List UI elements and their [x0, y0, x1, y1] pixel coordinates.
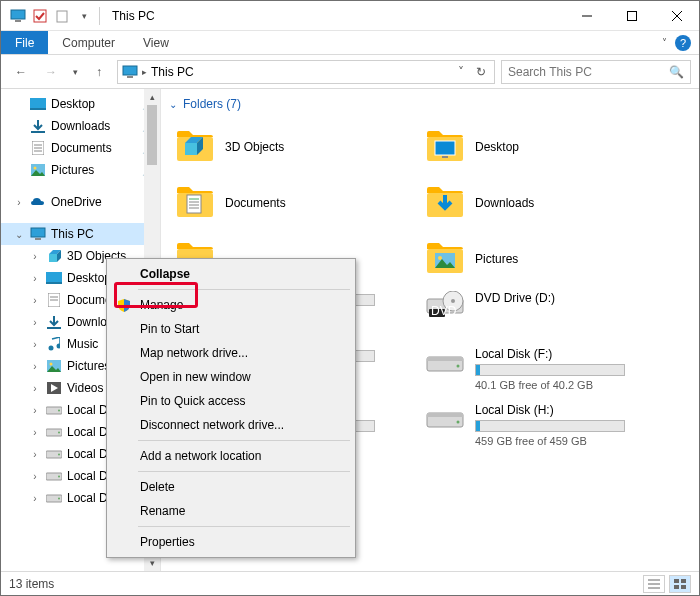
minimize-button[interactable] — [564, 1, 609, 31]
up-button[interactable]: ↑ — [87, 60, 111, 84]
file-tab[interactable]: File — [1, 31, 48, 54]
onedrive-icon — [29, 197, 47, 208]
chevron-down-icon[interactable]: ⌄ — [13, 229, 25, 240]
svg-rect-3 — [57, 11, 67, 22]
downloads-icon — [29, 119, 47, 133]
chevron-right-icon[interactable]: › — [29, 273, 41, 284]
svg-rect-0 — [11, 10, 25, 19]
chevron-right-icon[interactable]: › — [29, 339, 41, 350]
nav-onedrive[interactable]: › OneDrive — [1, 191, 160, 213]
maximize-button[interactable] — [609, 1, 654, 31]
help-icon[interactable]: ? — [675, 35, 691, 51]
svg-rect-87 — [674, 579, 679, 583]
svg-rect-11 — [30, 108, 46, 110]
qat-properties-icon[interactable] — [31, 7, 49, 25]
quick-access-toolbar: ▾ — [1, 7, 93, 25]
chevron-right-icon[interactable]: › — [13, 197, 25, 208]
tab-computer[interactable]: Computer — [48, 31, 129, 54]
folder-tile[interactable]: Desktop — [419, 119, 669, 175]
chevron-right-icon[interactable]: › — [29, 383, 41, 394]
nav-quick-pictures[interactable]: Pictures📌 — [1, 159, 160, 181]
ribbon-expand-icon[interactable]: ˅ — [662, 37, 667, 48]
search-box[interactable]: 🔍 — [501, 60, 691, 84]
svg-rect-47 — [185, 143, 197, 155]
menu-item[interactable]: Manage — [110, 293, 352, 317]
folder-tile[interactable]: Downloads — [419, 175, 669, 231]
menu-item[interactable]: Disconnect network drive... — [110, 413, 352, 437]
folder-icon — [425, 239, 465, 279]
menu-item[interactable]: Properties — [110, 530, 352, 554]
scroll-thumb[interactable] — [147, 105, 157, 165]
menu-separator — [138, 471, 350, 472]
nav-thispc[interactable]: ⌄ This PC — [1, 223, 160, 245]
svg-point-18 — [34, 167, 37, 170]
svg-rect-90 — [681, 585, 686, 589]
folder-icon — [175, 183, 215, 223]
nav-quick-downloads[interactable]: Downloads📌 — [1, 115, 160, 137]
view-tiles-button[interactable] — [669, 575, 691, 593]
address-bar: ← → ▾ ↑ ▸ This PC ˅ ↻ 🔍 — [1, 55, 699, 89]
drive-tile[interactable]: DVDDVD Drive (D:) — [419, 287, 669, 343]
search-input[interactable] — [508, 65, 684, 79]
qat-newfolder-icon[interactable] — [53, 7, 71, 25]
svg-point-77 — [457, 365, 460, 368]
folder-tile[interactable]: Pictures — [419, 231, 669, 287]
pictures-icon — [29, 164, 47, 176]
menu-item[interactable]: Map network drive... — [110, 341, 352, 365]
scroll-up-icon[interactable]: ▴ — [144, 89, 160, 105]
svg-rect-5 — [627, 11, 636, 20]
svg-rect-25 — [46, 282, 62, 284]
menu-item[interactable]: Delete — [110, 475, 352, 499]
address-dropdown-icon[interactable]: ˅ — [454, 65, 468, 79]
nav-quick-desktop[interactable]: Desktop📌 — [1, 93, 160, 115]
item-icon — [45, 449, 63, 459]
folder-tile[interactable]: 3D Objects — [169, 119, 419, 175]
svg-rect-76 — [427, 357, 463, 361]
menu-item[interactable]: Pin to Start — [110, 317, 352, 341]
item-icon — [45, 293, 63, 307]
menu-item[interactable]: Add a network location — [110, 444, 352, 468]
chevron-right-icon[interactable]: › — [29, 405, 41, 416]
recent-dropdown-icon[interactable]: ▾ — [69, 60, 81, 84]
chevron-right-icon[interactable]: › — [29, 493, 41, 504]
refresh-button[interactable]: ↻ — [472, 65, 490, 79]
chevron-right-icon[interactable]: › — [29, 471, 41, 482]
drive-tile[interactable]: Local Disk (F:)40.1 GB free of 40.2 GB — [419, 343, 669, 399]
item-icon — [45, 493, 63, 503]
qat-dropdown-icon[interactable]: ▾ — [75, 7, 93, 25]
svg-rect-52 — [442, 156, 448, 158]
drive-tile[interactable]: Local Disk (H:)459 GB free of 459 GB — [419, 399, 669, 455]
chevron-right-icon[interactable]: › — [29, 295, 41, 306]
item-icon — [45, 427, 63, 437]
svg-rect-89 — [674, 585, 679, 589]
svg-rect-88 — [681, 579, 686, 583]
close-button[interactable] — [654, 1, 699, 31]
chevron-right-icon[interactable]: › — [29, 427, 41, 438]
menu-item[interactable]: Open in new window — [110, 365, 352, 389]
folder-icon — [175, 127, 215, 167]
view-details-button[interactable] — [643, 575, 665, 593]
svg-rect-51 — [435, 141, 455, 155]
chevron-right-icon[interactable]: › — [29, 361, 41, 372]
tab-view[interactable]: View — [129, 31, 183, 54]
menu-item[interactable]: Collapse — [110, 262, 352, 286]
menu-item[interactable]: Rename — [110, 499, 352, 523]
back-button[interactable]: ← — [9, 60, 33, 84]
folder-icon — [425, 127, 465, 167]
svg-rect-24 — [46, 272, 62, 282]
chevron-right-icon[interactable]: › — [29, 317, 41, 328]
svg-rect-82 — [427, 413, 463, 417]
chevron-right-icon[interactable]: › — [29, 251, 41, 262]
svg-rect-20 — [35, 238, 41, 240]
chevron-right-icon[interactable]: › — [29, 449, 41, 460]
forward-button[interactable]: → — [39, 60, 63, 84]
svg-point-30 — [49, 346, 54, 351]
search-icon: 🔍 — [669, 65, 684, 79]
folders-group-header[interactable]: ⌄ Folders (7) — [169, 97, 699, 111]
desktop-icon — [29, 98, 47, 110]
folder-tile[interactable]: Documents — [169, 175, 419, 231]
svg-rect-8 — [123, 66, 137, 75]
menu-item[interactable]: Pin to Quick access — [110, 389, 352, 413]
nav-quick-documents[interactable]: Documents📌 — [1, 137, 160, 159]
address-box[interactable]: ▸ This PC ˅ ↻ — [117, 60, 495, 84]
